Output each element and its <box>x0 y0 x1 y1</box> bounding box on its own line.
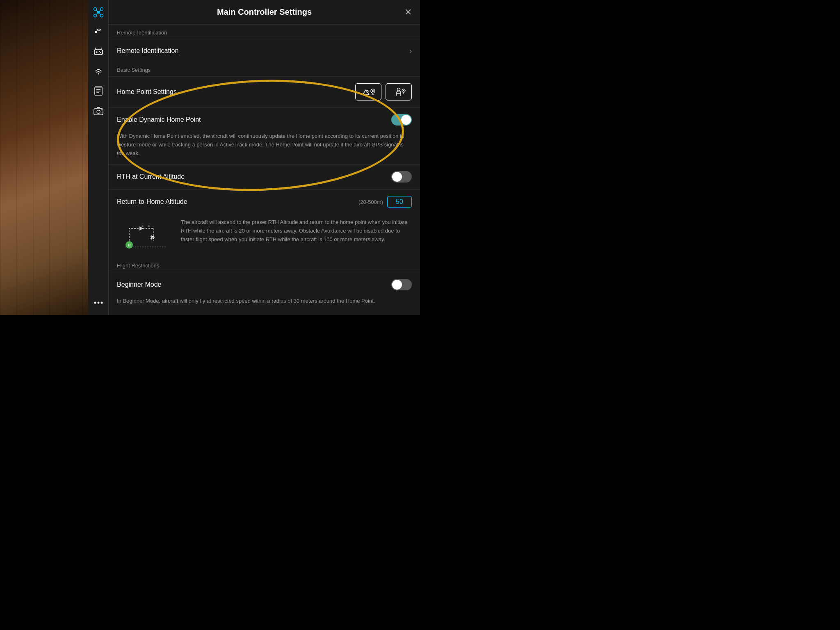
remote-identification-row[interactable]: Remote Identification › <box>109 39 420 62</box>
svg-point-13 <box>99 51 100 52</box>
beginner-mode-toggle-container <box>391 279 412 290</box>
home-point-settings-row: Home Point Settings <box>109 76 420 107</box>
chevron-icon: › <box>410 47 412 55</box>
beginner-mode-label: Beginner Mode <box>117 281 162 288</box>
svg-line-6 <box>96 14 97 15</box>
panel-title: Main Controller Settings <box>217 7 312 17</box>
remote-id-section-header: Remote Identification <box>109 25 420 39</box>
rth-diagram-section: H « « <box>109 214 420 258</box>
svg-point-28 <box>100 302 103 304</box>
rth-illustration: H « « <box>117 218 174 251</box>
svg-point-24 <box>97 110 100 114</box>
remote-identification-right: › <box>410 47 412 55</box>
rth-current-altitude-toggle[interactable] <box>391 171 412 183</box>
svg-text:H: H <box>128 243 131 247</box>
return-to-home-altitude-label: Return-to-Home Altitude <box>117 198 187 205</box>
enable-dynamic-home-point-row: Enable Dynamic Home Point <box>109 107 420 132</box>
camera-icon[interactable] <box>90 103 107 119</box>
return-to-home-altitude-row: Return-to-Home Altitude (20-500m) <box>109 189 420 214</box>
wifi-icon[interactable] <box>90 63 107 80</box>
basic-settings-section-header: Basic Settings <box>109 62 420 76</box>
return-to-home-altitude-right: (20-500m) <box>358 196 412 208</box>
rth-altitude-toggle-container <box>391 171 412 183</box>
sidebar <box>88 0 109 315</box>
checklist-icon[interactable] <box>90 83 107 99</box>
home-point-buttons-container <box>355 83 412 100</box>
home-point-person-button[interactable] <box>386 83 412 100</box>
controller-icon[interactable] <box>90 43 107 60</box>
svg-text:«: « <box>148 224 150 228</box>
dynamic-home-point-description-text: With Dynamic Home Point enabled, the air… <box>117 132 412 158</box>
svg-point-35 <box>403 90 404 91</box>
remote-identification-label: Remote Identification <box>117 47 178 55</box>
svg-line-7 <box>99 14 100 15</box>
panel-header: Main Controller Settings ✕ <box>109 0 420 25</box>
svg-rect-8 <box>97 11 100 14</box>
svg-point-30 <box>372 90 374 92</box>
rth-description-text: The aircraft will ascend to the preset R… <box>181 218 412 244</box>
enable-dynamic-home-point-label: Enable Dynamic Home Point <box>117 116 201 123</box>
svg-point-17 <box>98 73 99 75</box>
svg-point-1 <box>100 8 103 11</box>
svg-point-14 <box>100 52 101 53</box>
svg-point-32 <box>397 88 400 91</box>
rth-current-altitude-label: RTH at Current Altitude <box>117 173 185 180</box>
svg-text:«: « <box>142 224 144 228</box>
more-icon[interactable] <box>90 294 107 311</box>
svg-point-3 <box>100 14 103 17</box>
panel-content: Remote Identification Remote Identificat… <box>109 25 420 315</box>
camera-view <box>0 0 88 315</box>
home-point-map-button[interactable] <box>355 83 381 100</box>
svg-line-16 <box>101 48 101 50</box>
beginner-mode-row: Beginner Mode <box>109 272 420 297</box>
altitude-range-label: (20-500m) <box>358 199 383 205</box>
beginner-mode-description: In Beginner Mode, aircraft will only fly… <box>109 297 420 312</box>
svg-point-25 <box>100 110 101 110</box>
svg-point-2 <box>94 14 96 17</box>
beginner-mode-toggle[interactable] <box>391 279 412 290</box>
svg-rect-10 <box>94 50 103 55</box>
svg-point-9 <box>95 31 97 33</box>
home-point-settings-label: Home Point Settings <box>117 88 177 96</box>
beginner-mode-description-text: In Beginner Mode, aircraft will only fly… <box>117 297 412 306</box>
flight-restrictions-section-header: Flight Restrictions <box>109 258 420 272</box>
drone-icon[interactable] <box>90 4 107 21</box>
svg-point-27 <box>97 302 99 304</box>
rth-current-altitude-row: RTH at Current Altitude <box>109 164 420 189</box>
svg-line-4 <box>96 10 97 11</box>
svg-line-5 <box>99 10 100 11</box>
altitude-input[interactable] <box>387 196 412 208</box>
svg-point-0 <box>94 8 96 11</box>
svg-point-26 <box>94 302 96 304</box>
signal-icon[interactable] <box>90 24 107 40</box>
dynamic-home-point-toggle[interactable] <box>391 114 412 126</box>
dynamic-home-point-description: With Dynamic Home Point enabled, the air… <box>109 132 420 164</box>
dynamic-home-toggle-container <box>391 114 412 126</box>
main-panel: Main Controller Settings ✕ Remote Identi… <box>109 0 420 315</box>
close-button[interactable]: ✕ <box>404 8 412 17</box>
svg-line-15 <box>96 48 96 50</box>
